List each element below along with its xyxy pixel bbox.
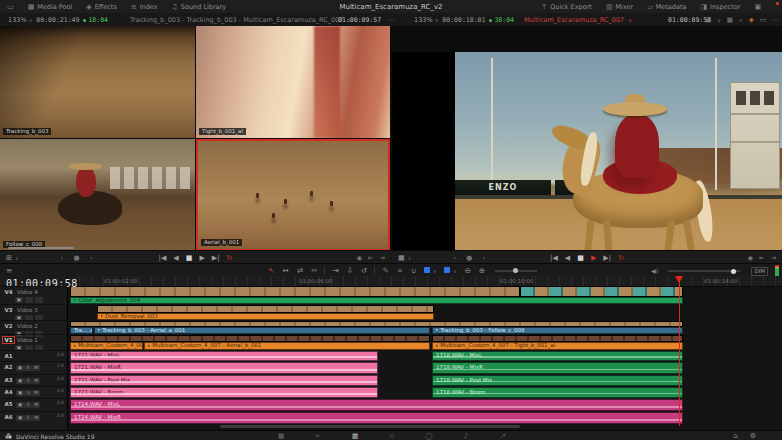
track-header-v3[interactable]: V3Video 3 ▣ (0, 304, 67, 320)
mute-toggle[interactable]: M (32, 402, 40, 408)
metadata-button[interactable]: ▱Metadata (640, 0, 693, 13)
step-back-button[interactable]: ◀ (173, 254, 178, 262)
timeline-options-menu[interactable]: ≡ (2, 266, 16, 275)
dim-button[interactable]: DIM (751, 267, 768, 276)
track-header-v4[interactable]: V4Video 4 ▣ (0, 286, 67, 304)
solo-toggle[interactable]: S (24, 402, 32, 408)
timeline-clip[interactable]: ▸Dust_Removal_003 (97, 313, 434, 320)
timeline-viewer[interactable]: ENZO CHARRO (392, 52, 782, 276)
zoom-slider-knob[interactable] (513, 268, 518, 273)
razor-tool-button[interactable]: ✂ (307, 266, 321, 275)
layout-toggle-button[interactable]: ▭ (0, 0, 21, 13)
clip-filmstrip[interactable] (97, 305, 434, 313)
viewer-options-menu[interactable]: ··· (772, 16, 778, 24)
multicam-angle-tight[interactable]: Tight_b_001_al (196, 26, 390, 138)
monitor-volume-slider[interactable] (668, 270, 740, 272)
wipe-mode-button[interactable]: ▦ (727, 16, 733, 24)
audio-clip[interactable]: 1718.WAV - MixL (432, 351, 683, 361)
timeline-clip[interactable]: ▸Multicam_Custom_4_007 - Aerial_b_001 (144, 342, 430, 350)
timeline-zoom-out-button[interactable]: ⊖ (461, 266, 475, 275)
audio-clip[interactable]: 1718.WAV - Boom (432, 387, 683, 398)
timeline-clip[interactable]: Tra..._al (70, 327, 93, 334)
lock-icon[interactable]: ▣ (16, 402, 24, 408)
pen-tool-button[interactable]: ✎ (378, 266, 392, 275)
playhead-line[interactable] (679, 276, 680, 426)
lock-icon[interactable]: ▣ (16, 378, 24, 384)
page-tab-fusion[interactable]: ◇ (380, 431, 404, 440)
step-back-button[interactable]: ◀ (565, 254, 570, 262)
volume-knob[interactable] (731, 269, 736, 274)
mark-in-button[interactable]: ⇤ (759, 254, 764, 262)
mute-toggle[interactable]: M (32, 378, 40, 384)
marker-color-dropdown[interactable]: ∨ (440, 266, 460, 275)
timeline-clip[interactable]: ▸Multicam_Custom_4_007 - Tight_b_001_al (432, 342, 683, 350)
prev-clip-button[interactable]: |◀ (550, 254, 558, 262)
inspector-button[interactable]: ◨Inspector (693, 0, 747, 13)
next-clip-button[interactable]: ▶| (603, 254, 611, 262)
lock-icon[interactable]: ▣ (15, 297, 23, 303)
stop-button[interactable]: ■ (186, 254, 193, 262)
timeline-zoom-slider[interactable] (495, 270, 537, 272)
auto-select-toggle[interactable] (35, 297, 43, 303)
match-frame-button[interactable]: ◉ (356, 254, 362, 262)
timeline-zoom-dropdown[interactable]: 133% ∨ (414, 16, 438, 24)
play-button[interactable]: ▶ (591, 254, 596, 262)
loop-button[interactable]: ↻ (227, 254, 233, 262)
overwrite-clip-button[interactable]: ⇩ (343, 266, 357, 275)
mute-toggle[interactable]: M (32, 415, 40, 421)
page-tab-media[interactable]: ▦ (269, 431, 293, 440)
audio-clip[interactable]: 1718.WAV - MixR (432, 362, 683, 374)
stop-button[interactable]: ■ (577, 254, 584, 262)
project-settings-button[interactable]: ⚙ (750, 432, 756, 440)
next-clip-button[interactable]: ▶| (212, 254, 220, 262)
insert-clip-button[interactable]: ⇥ (328, 266, 342, 275)
mark-in-button[interactable]: ⇤ (368, 254, 373, 262)
track-header-v1[interactable]: V1Video 1 ▣ (0, 334, 67, 350)
timeline-zoom-in-button[interactable]: ⊕ (475, 266, 489, 275)
mark-out-button[interactable]: ⇥ (771, 254, 776, 262)
playhead-marker[interactable] (675, 276, 683, 283)
page-tab-fairlight[interactable]: ♪ (454, 431, 478, 440)
audio-clip[interactable]: 1721.WAV - Boom (70, 387, 378, 398)
panel-toggle-button[interactable]: ▣ (747, 0, 768, 13)
media-pool-button[interactable]: ▦Media Pool (21, 0, 80, 13)
source-zoom-dropdown[interactable]: 133% ∨ (8, 16, 32, 24)
timeline-title-dropdown[interactable]: Multicam_Escaramuza_RC_007 ∨ (524, 13, 632, 26)
dynamic-trim-tool-button[interactable]: ⇄ (293, 266, 307, 275)
lock-icon[interactable]: ▣ (16, 365, 24, 371)
selection-tool-button[interactable]: ↖ (264, 266, 278, 275)
audio-clip[interactable]: 1721.WAV - MixL (70, 351, 378, 361)
replace-clip-button[interactable]: ↺ (357, 266, 371, 275)
jog-control[interactable]: ‹ ● › (61, 254, 97, 262)
page-tab-cut[interactable]: ✂ (306, 431, 330, 440)
multicam-angle-aerial-active[interactable]: Aerial_b_001 (196, 139, 390, 251)
track-header-v2[interactable]: V2Video 2 ▣ (0, 320, 67, 334)
mark-out-button[interactable]: ⇥ (380, 254, 385, 262)
solo-toggle[interactable]: S (24, 365, 32, 371)
viewer-type-dropdown[interactable]: ▦ ∨ (398, 254, 411, 262)
multicam-view-dropdown[interactable]: ⊞ ∨ (6, 254, 19, 262)
source-clip-title-dropdown[interactable]: Tracking_b_003 - Tracking_b_003 - Multic… (130, 13, 351, 26)
track-header-a1[interactable]: A12.0 (0, 350, 67, 361)
timeline-clip[interactable]: ▸Tracking_b_003 - Aerial_a_001 (94, 327, 430, 334)
track-header-a5[interactable]: A5 ▣SM 2.0 (0, 398, 67, 411)
link-clips-button[interactable]: ∞ (393, 266, 407, 275)
solo-toggle[interactable]: S (24, 390, 32, 396)
audio-clip[interactable]: 1718.WAV - Post Mix (432, 375, 683, 386)
flag-color-dropdown[interactable]: ∨ (420, 266, 440, 275)
solo-toggle[interactable]: S (24, 415, 32, 421)
sound-library-button[interactable]: ♫Sound Library (165, 0, 234, 13)
snapping-button[interactable]: ∪ (407, 266, 421, 275)
prev-clip-button[interactable]: |◀ (159, 254, 167, 262)
mute-toggle[interactable]: M (32, 390, 40, 396)
quick-export-button[interactable]: ↑Quick Export (534, 0, 599, 13)
lock-icon[interactable]: ▣ (16, 390, 24, 396)
page-tab-deliver[interactable]: ↗ (491, 431, 515, 440)
track-header-a3[interactable]: A3 ▣SM 2.0 (0, 374, 67, 386)
speaker-icon[interactable]: ◀) (647, 267, 662, 274)
mixer-button[interactable]: ▥Mixer (599, 0, 640, 13)
timeline-clip[interactable]: ▸Color_Adjustment_004 (70, 297, 683, 304)
clip-filmstrip[interactable] (70, 335, 430, 342)
clip-filmstrip[interactable] (432, 335, 683, 342)
page-tab-edit[interactable]: ▥ (343, 431, 367, 440)
